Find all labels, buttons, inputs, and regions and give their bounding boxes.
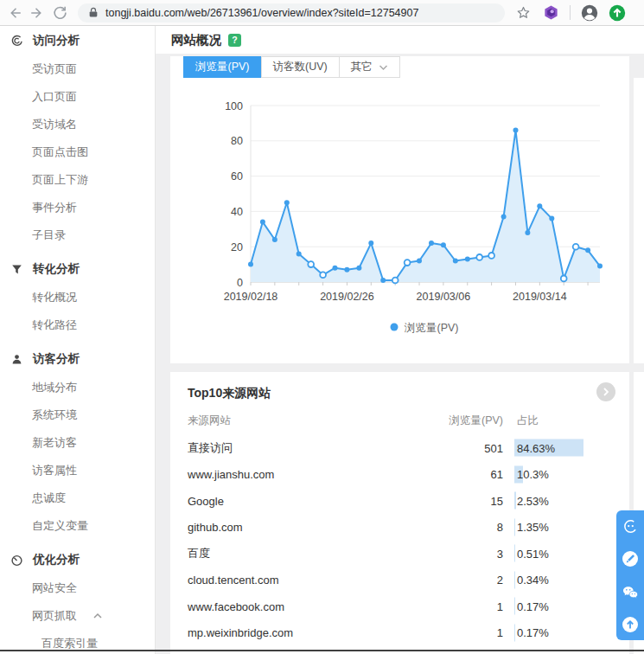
- toolbar-divider: [570, 5, 571, 20]
- source-name[interactable]: www.jianshu.com: [188, 468, 274, 481]
- feedback-pencil-icon[interactable]: [622, 550, 639, 567]
- sidebar-item-label: 页面点击图: [32, 144, 88, 160]
- card-more-arrow-icon[interactable]: [596, 382, 615, 401]
- source-name[interactable]: www.facebook.com: [188, 600, 284, 612]
- reload-icon[interactable]: [48, 2, 71, 24]
- sidebar-item[interactable]: 系统环境: [0, 401, 155, 429]
- sidebar-section-label: 转化分析: [33, 261, 80, 277]
- tab-1[interactable]: 访客数(UV): [261, 56, 340, 78]
- sidebar-item[interactable]: 新老访客: [0, 429, 155, 457]
- window-bottom-edge: [0, 650, 644, 651]
- source-ratio-value: 84.63%: [517, 441, 555, 454]
- visit-analysis-icon: [10, 35, 23, 48]
- sidebar-item[interactable]: 受访域名: [0, 111, 155, 138]
- bookmark-star-icon[interactable]: [512, 2, 534, 24]
- visitor-icon: [10, 353, 23, 366]
- svg-text:2019/02/26: 2019/02/26: [320, 291, 374, 303]
- sidebar-item-label: 受访页面: [32, 61, 77, 77]
- source-pv-value: 15: [412, 494, 503, 507]
- chevron-up-icon: [85, 612, 103, 620]
- sidebar-item-label: 系统环境: [32, 407, 77, 423]
- sidebar-item[interactable]: 访客属性: [0, 457, 155, 484]
- forward-icon[interactable]: [26, 2, 48, 24]
- profile-avatar-icon[interactable]: [578, 2, 601, 24]
- top-sources-card: Top10来源网站 来源网站 浏览量(PV) 占比 直接访问50184.63%w…: [170, 372, 629, 654]
- table-row: www.facebook.com10.17%: [170, 593, 629, 619]
- table-row: cloud.tencent.com20.34%: [170, 567, 629, 593]
- sidebar-item[interactable]: 地域分布: [0, 374, 155, 401]
- back-to-top-icon[interactable]: [622, 616, 639, 633]
- source-ratio-cell: 10.3%: [517, 468, 549, 481]
- url-text: tongji.baidu.com/web/26713961/overview/i…: [105, 7, 418, 19]
- sidebar-item[interactable]: 网页抓取: [0, 602, 155, 630]
- browser-update-icon[interactable]: [606, 2, 628, 24]
- sidebar-item[interactable]: 自定义变量: [0, 512, 155, 540]
- sidebar-item[interactable]: 忠诚度: [0, 484, 155, 512]
- source-ratio-value: 0.34%: [517, 574, 549, 587]
- sidebar-section-visitor-analysis[interactable]: 访客分析: [0, 344, 155, 374]
- source-name[interactable]: cloud.tencent.com: [188, 574, 279, 587]
- sidebar-item-label: 忠诚度: [32, 490, 66, 506]
- tab-label: 其它: [351, 60, 373, 74]
- tab-label: 访客数(UV): [273, 60, 328, 74]
- sidebar-item-label: 事件分析: [32, 200, 77, 215]
- source-ratio-cell: 84.63%: [517, 441, 555, 454]
- metric-tabs: 浏览量(PV)访客数(UV)其它: [184, 56, 400, 78]
- sidebar-item-label: 地域分布: [32, 380, 77, 395]
- sidebar-item-label: 受访域名: [32, 117, 77, 132]
- column-source: 来源网站: [188, 414, 231, 428]
- customer-service-icon[interactable]: [622, 517, 639, 535]
- source-ratio-value: 0.51%: [517, 547, 549, 560]
- right-column-card-edge-top: [634, 78, 644, 363]
- sidebar-section-optimization-analysis[interactable]: 优化分析: [0, 545, 155, 574]
- table-row: 百度30.51%: [170, 541, 629, 567]
- svg-text:40: 40: [231, 206, 243, 218]
- source-pv-value: 2: [412, 574, 503, 587]
- source-pv-value: 61: [412, 468, 503, 481]
- sidebar-section-conversion-analysis[interactable]: 转化分析: [0, 254, 155, 284]
- sidebar-item[interactable]: 页面点击图: [0, 138, 155, 166]
- help-icon[interactable]: ?: [228, 34, 241, 47]
- source-name[interactable]: 直接访问: [188, 440, 233, 456]
- sidebar-section-visit-analysis[interactable]: 访问分析: [0, 26, 155, 55]
- source-ratio-value: 0.17%: [517, 600, 549, 612]
- source-pv-value: 1: [412, 626, 503, 639]
- column-pv: 浏览量(PV): [412, 414, 503, 428]
- address-bar[interactable]: tongji.baidu.com/web/26713961/overview/i…: [78, 3, 505, 22]
- source-ratio-cell: 0.17%: [517, 600, 549, 612]
- source-pv-value: 8: [412, 521, 503, 534]
- sidebar-item[interactable]: 网站安全: [0, 574, 155, 602]
- sidebar-item-label: 转化概况: [32, 290, 77, 305]
- chevron-down-icon: [379, 61, 388, 74]
- source-name[interactable]: 百度: [188, 546, 210, 561]
- sidebar-item-label: 网站安全: [32, 580, 77, 596]
- sidebar-item[interactable]: 页面上下游: [0, 166, 155, 194]
- top-sources-title: Top10来源网站: [188, 386, 271, 401]
- tab-2[interactable]: 其它: [339, 56, 400, 78]
- sidebar-item[interactable]: 受访页面: [0, 55, 155, 83]
- wechat-icon[interactable]: [622, 583, 639, 600]
- svg-text:2019/03/06: 2019/03/06: [417, 291, 471, 303]
- page-title: 网站概况: [171, 32, 221, 48]
- sidebar-nav: 访问分析受访页面入口页面受访域名页面点击图页面上下游事件分析子目录转化分析转化概…: [0, 26, 156, 654]
- sidebar-item[interactable]: 转化路径: [0, 311, 155, 339]
- source-ratio-cell: 0.51%: [517, 547, 549, 560]
- sidebar-item[interactable]: 入口页面: [0, 83, 155, 111]
- extension-icon[interactable]: [539, 2, 562, 24]
- table-row: www.jianshu.com6110.3%: [170, 461, 629, 487]
- source-name[interactable]: Google: [188, 494, 224, 507]
- sidebar-item-label: 网页抓取: [32, 608, 77, 624]
- table-header: 来源网站 浏览量(PV) 占比: [170, 414, 629, 429]
- app-frame: 访问分析受访页面入口页面受访域名页面点击图页面上下游事件分析子目录转化分析转化概…: [0, 26, 644, 654]
- funnel-icon: [10, 263, 23, 276]
- back-icon[interactable]: [3, 2, 26, 24]
- source-name[interactable]: github.com: [188, 521, 243, 534]
- sidebar-item[interactable]: 转化概况: [0, 284, 155, 311]
- sidebar-item[interactable]: 事件分析: [0, 194, 155, 221]
- svg-text:浏览量(PV): 浏览量(PV): [404, 322, 459, 334]
- svg-text:2019/03/14: 2019/03/14: [513, 291, 567, 303]
- tab-0[interactable]: 浏览量(PV): [183, 56, 262, 78]
- source-name[interactable]: mp.weixinbridge.com: [188, 626, 293, 639]
- sidebar-item[interactable]: 子目录: [0, 221, 155, 249]
- lock-icon: [88, 7, 99, 18]
